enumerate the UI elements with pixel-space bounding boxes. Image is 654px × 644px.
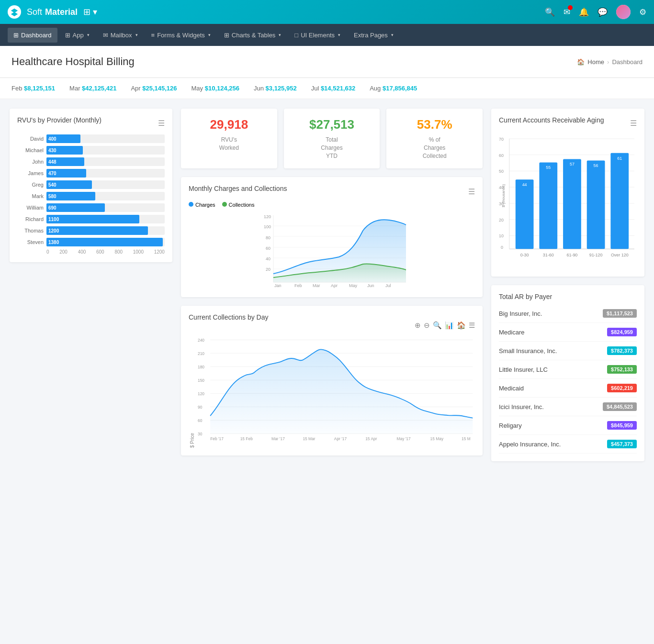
charges-ytd-label: TotalChargesYTD xyxy=(292,136,372,160)
payer-badge: $824,959 xyxy=(607,328,637,336)
collections-chart-title: Current Collections by Day xyxy=(189,313,269,321)
bar-row: Thomas 1200 xyxy=(17,226,165,235)
ui-caret: ▾ xyxy=(338,33,340,37)
rvu-chart-card: RVU's by Provider (Monthly) ☰ David 400 … xyxy=(10,109,172,262)
bar-fill: 430 xyxy=(46,146,83,155)
rvu-menu-icon[interactable]: ☰ xyxy=(158,119,165,128)
bar-value: 690 xyxy=(48,205,56,211)
chat-icon[interactable]: 💬 xyxy=(598,7,608,17)
bell-icon[interactable]: 🔔 xyxy=(579,7,589,17)
bar-fill: 470 xyxy=(46,169,86,178)
bar-fill: 400 xyxy=(46,134,80,143)
payer-badge: $845,959 xyxy=(607,421,637,430)
nav-app[interactable]: ⊞ App ▾ xyxy=(59,28,95,43)
bar-fill: 1380 xyxy=(46,238,163,246)
mailbox-caret: ▾ xyxy=(135,33,138,37)
monthly-chart-title: Monthly Charges and Collections xyxy=(189,185,287,192)
svg-text:30: 30 xyxy=(198,432,203,437)
bar-track: 1200 xyxy=(46,226,165,235)
svg-text:80: 80 xyxy=(266,235,271,240)
stat-may: May $10,124,256 xyxy=(192,85,239,92)
svg-text:60: 60 xyxy=(198,418,203,423)
nav-extra[interactable]: Extra Pages ▾ xyxy=(348,28,399,43)
ar-aging-svg: 70 60 50 40 30 20 10 0 xyxy=(499,133,637,267)
nav-charts[interactable]: ⊞ Charts & Tables ▾ xyxy=(218,28,287,43)
bar-value: 1380 xyxy=(48,240,59,245)
zoom-out-icon[interactable]: ⊖ xyxy=(424,321,430,330)
forms-icon: ≡ xyxy=(151,32,155,39)
breadcrumb-home[interactable]: Home xyxy=(587,58,604,66)
stat-jul: Jul $14,521,632 xyxy=(311,85,356,92)
avatar[interactable] xyxy=(616,5,631,19)
nav-ui-label: UI Elements xyxy=(301,32,335,39)
y-axis-label: $ Price xyxy=(189,332,195,448)
nav-right: 🔍 ✉ 🔔 💬 ⚙ xyxy=(545,5,646,19)
svg-text:55: 55 xyxy=(546,165,551,170)
svg-text:Jul: Jul xyxy=(385,283,391,288)
nav-mailbox[interactable]: ✉ Mailbox ▾ xyxy=(97,28,144,43)
bar-row: Greg 540 xyxy=(17,180,165,189)
svg-text:Mar: Mar xyxy=(313,283,320,288)
search-icon[interactable]: 🔍 xyxy=(545,7,555,17)
stat-card-collected: 53.7% % ofChargesCollected xyxy=(386,109,483,168)
stat-jun-val: $3,125,952 xyxy=(266,85,297,92)
svg-text:0-30: 0-30 xyxy=(520,253,529,257)
payer-card: Total AR by Payer Big Insurer, Inc. $1,1… xyxy=(491,285,644,461)
breadcrumb: 🏠 Home › Dashboard xyxy=(577,58,643,66)
svg-text:91-120: 91-120 xyxy=(589,253,603,257)
payer-row: Icici Insurer, Inc. $4,845,523 xyxy=(499,398,637,416)
nav-dashboard[interactable]: ⊞ Dashboard xyxy=(8,28,57,43)
stat-card-rvu: 29,918 RVU'sWorked xyxy=(181,109,277,168)
nav-forms[interactable]: ≡ Forms & Widgets ▾ xyxy=(146,28,216,43)
zoom-in-icon[interactable]: ⊕ xyxy=(415,321,421,330)
app-icon: ⊞ xyxy=(65,32,70,39)
nav-left: SoftMaterial ⊞ ▾ xyxy=(8,5,97,19)
brand-material: Material xyxy=(45,7,78,17)
svg-text:Mar '17: Mar '17 xyxy=(271,437,285,442)
bar-label: James xyxy=(17,170,44,176)
brand-logo[interactable]: SoftMaterial xyxy=(27,7,78,17)
monthly-menu-icon[interactable]: ☰ xyxy=(468,187,475,196)
bar-row: David 400 xyxy=(17,134,165,143)
extra-caret: ▾ xyxy=(391,33,394,37)
zoom-chart-icon[interactable]: 📊 xyxy=(445,321,454,330)
payer-list: Big Insurer, Inc. $1,117,523 Medicare $8… xyxy=(499,304,637,454)
svg-rect-65 xyxy=(539,163,557,249)
svg-text:Feb '17: Feb '17 xyxy=(210,437,224,442)
email-icon[interactable]: ✉ xyxy=(564,7,570,17)
svg-text:61: 61 xyxy=(617,156,622,161)
forms-caret: ▾ xyxy=(208,33,211,37)
payer-name: Small Insurance, Inc. xyxy=(499,347,557,355)
bar-value: 470 xyxy=(48,171,56,176)
bar-value: 540 xyxy=(48,182,56,188)
bar-fill: 1200 xyxy=(46,226,148,235)
bar-fill: 580 xyxy=(46,192,95,200)
zoom-home-icon[interactable]: 🏠 xyxy=(457,321,466,330)
svg-text:20: 20 xyxy=(499,218,504,222)
zoom-menu-icon[interactable]: ☰ xyxy=(469,321,475,330)
payer-row: Medicaid $602,219 xyxy=(499,379,637,398)
payer-badge: $1,117,523 xyxy=(603,309,637,318)
stat-jun: Jun $3,125,952 xyxy=(254,85,297,92)
ar-menu-icon[interactable]: ☰ xyxy=(630,119,637,128)
bar-row: John 448 xyxy=(17,157,165,166)
charts-icon: ⊞ xyxy=(224,32,229,39)
svg-text:120: 120 xyxy=(264,214,271,219)
svg-text:150: 150 xyxy=(198,378,204,383)
svg-text:15 M: 15 M xyxy=(462,437,471,442)
nav-ui[interactable]: □ UI Elements ▾ xyxy=(289,28,346,43)
zoom-reset-icon[interactable]: 🔍 xyxy=(433,321,442,330)
bar-fill: 690 xyxy=(46,203,105,212)
bar-value: 580 xyxy=(48,194,56,199)
charges-ytd-value: $27,513 xyxy=(292,117,372,132)
settings-icon[interactable]: ⚙ xyxy=(639,7,646,17)
bar-row: James 470 xyxy=(17,169,165,178)
bar-row: William 690 xyxy=(17,203,165,212)
grid-icon[interactable]: ⊞ ▾ xyxy=(83,7,97,17)
rvu-bar-chart: David 400 Michael 430 John 448 James xyxy=(17,134,165,246)
mailbox-icon: ✉ xyxy=(103,32,108,39)
payer-name: Medicare xyxy=(499,329,524,336)
svg-text:50: 50 xyxy=(499,169,504,174)
svg-text:15 May: 15 May xyxy=(430,437,444,442)
payer-row: Small Insurance, Inc. $782,373 xyxy=(499,342,637,360)
